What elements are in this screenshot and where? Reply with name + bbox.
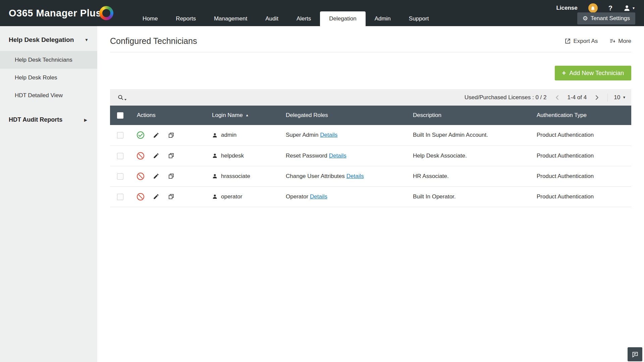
chevron-down-icon: ▼ [85, 38, 89, 42]
tenant-settings-label: Tenant Settings [591, 15, 630, 22]
details-link[interactable]: Details [310, 193, 327, 200]
more-label: More [618, 38, 631, 45]
nav-tab-audit[interactable]: Audit [256, 11, 287, 26]
chevron-right-icon: ▶ [84, 118, 87, 122]
row-checkbox[interactable] [117, 194, 123, 200]
header-actions: Actions [130, 106, 205, 125]
table-row: operator OperatorDetails Built In Operat… [110, 186, 631, 207]
sidebar-audit-title: HDT Audit Reports [9, 116, 62, 123]
login-name: operator [221, 193, 242, 200]
login-name: hrassociate [221, 173, 250, 180]
edit-icon[interactable] [153, 132, 159, 138]
toolbar-separator [607, 94, 608, 102]
license-link[interactable]: License [556, 5, 577, 11]
table-header-row: Actions Login Name▲ Delegated Roles Desc… [110, 106, 631, 125]
details-link[interactable]: Details [320, 132, 337, 138]
copy-technician-icon[interactable] [168, 153, 174, 159]
nav-tab-admin[interactable]: Admin [366, 11, 400, 26]
delegated-role: Super Admin [286, 132, 318, 138]
copy-technician-icon[interactable] [168, 132, 174, 138]
search-icon [117, 94, 124, 101]
sidebar-section-hdt-audit-reports[interactable]: HDT Audit Reports ▶ [0, 104, 97, 123]
description-cell: Built In Super Admin Account. [406, 125, 530, 145]
chat-bubble-icon [632, 351, 639, 358]
edit-icon[interactable] [153, 153, 159, 159]
sidebar: Help Desk Delegation ▼ Help Desk Technic… [0, 26, 97, 362]
delegated-role: Change User Attributes [286, 173, 345, 179]
nav-tab-home[interactable]: Home [133, 11, 167, 26]
tenant-settings-button[interactable]: ⚙ Tenant Settings [577, 12, 635, 24]
person-icon [212, 194, 218, 199]
pagination-prev-button[interactable] [553, 93, 561, 102]
chevron-left-icon [555, 95, 559, 100]
topbar-utility: License ? ▾ [556, 3, 635, 13]
nav-tab-reports[interactable]: Reports [167, 11, 205, 26]
nav-tab-alerts[interactable]: Alerts [287, 11, 320, 26]
header-description: Description [406, 106, 530, 125]
brand-swirl-icon [99, 6, 113, 20]
login-name: admin [221, 132, 236, 138]
bell-icon [590, 6, 595, 11]
main-content: Configured Technicians Export As More [97, 26, 644, 362]
description-cell: Built In Operator. [406, 186, 530, 207]
account-menu[interactable]: ▾ [623, 4, 635, 12]
person-icon [212, 132, 218, 138]
person-icon [212, 173, 218, 179]
sidebar-item-help-desk-roles[interactable]: Help Desk Roles [0, 69, 97, 86]
status-toggle-icon[interactable] [137, 131, 144, 139]
more-button[interactable]: More [609, 38, 631, 45]
copy-technician-icon[interactable] [168, 173, 174, 179]
description-cell: HR Associate. [406, 166, 530, 186]
pagination-range: 1-4 of 4 [568, 94, 587, 101]
row-checkbox[interactable] [117, 132, 123, 138]
delegated-role: Operator [286, 193, 308, 200]
chat-feedback-button[interactable] [628, 347, 642, 361]
title-divider [110, 52, 631, 52]
header-delegated-roles: Delegated Roles [279, 106, 406, 125]
notifications-bell-icon[interactable] [588, 3, 598, 13]
sort-ascending-icon: ▲ [246, 113, 249, 117]
brand-logo[interactable]: O365 Manager Plus [9, 0, 113, 26]
gear-icon: ⚙ [583, 15, 588, 21]
row-checkbox[interactable] [117, 153, 123, 159]
details-link[interactable]: Details [329, 153, 346, 159]
brand-name: O365 Manager Plus [9, 8, 101, 19]
nav-tab-delegation[interactable]: Delegation [320, 11, 365, 26]
status-toggle-icon[interactable] [137, 173, 144, 180]
topbar: O365 Manager Plus Home Reports Managemen… [0, 0, 644, 26]
row-checkbox[interactable] [117, 173, 123, 180]
edit-icon[interactable] [153, 173, 159, 179]
nav-tab-support[interactable]: Support [400, 11, 438, 26]
copy-technician-icon[interactable] [168, 193, 174, 200]
auth-type-cell: Product Authentication [530, 125, 631, 145]
sidebar-item-hdt-detailed-view[interactable]: HDT Detailed View [0, 86, 97, 104]
add-new-technician-button[interactable]: + Add New Technician [555, 66, 631, 80]
details-link[interactable]: Details [346, 173, 364, 179]
select-all-checkbox[interactable] [117, 112, 123, 119]
header-login-label: Login Name [212, 112, 243, 118]
sidebar-item-help-desk-technicians[interactable]: Help Desk Technicians [0, 51, 97, 69]
delegated-role: Reset Password [286, 153, 327, 159]
chevron-right-icon [595, 95, 599, 100]
pagination-next-button[interactable] [593, 93, 601, 102]
export-as-button[interactable]: Export As [565, 38, 598, 45]
search-button[interactable] [117, 94, 127, 101]
page-size-dropdown[interactable]: 10 ▼ [614, 94, 626, 101]
account-person-icon [623, 4, 631, 12]
search-caret-icon [124, 98, 127, 101]
header-login-name[interactable]: Login Name▲ [205, 106, 279, 125]
nav-tab-management[interactable]: Management [205, 11, 256, 26]
status-toggle-icon[interactable] [137, 193, 144, 200]
help-icon[interactable]: ? [608, 4, 612, 12]
description-cell: Help Desk Associate. [406, 145, 530, 166]
more-list-icon [609, 38, 615, 44]
auth-type-cell: Product Authentication [530, 186, 631, 207]
page-title: Configured Technicians [110, 36, 197, 46]
person-icon [212, 153, 218, 159]
licenses-counter: Used/Purchased Licenses : 0 / 2 [465, 94, 547, 101]
edit-icon[interactable] [153, 193, 159, 200]
status-toggle-icon[interactable] [137, 152, 144, 160]
sidebar-section-help-desk-delegation[interactable]: Help Desk Delegation ▼ [0, 28, 97, 51]
account-caret-icon: ▾ [633, 6, 635, 10]
auth-type-cell: Product Authentication [530, 145, 631, 166]
